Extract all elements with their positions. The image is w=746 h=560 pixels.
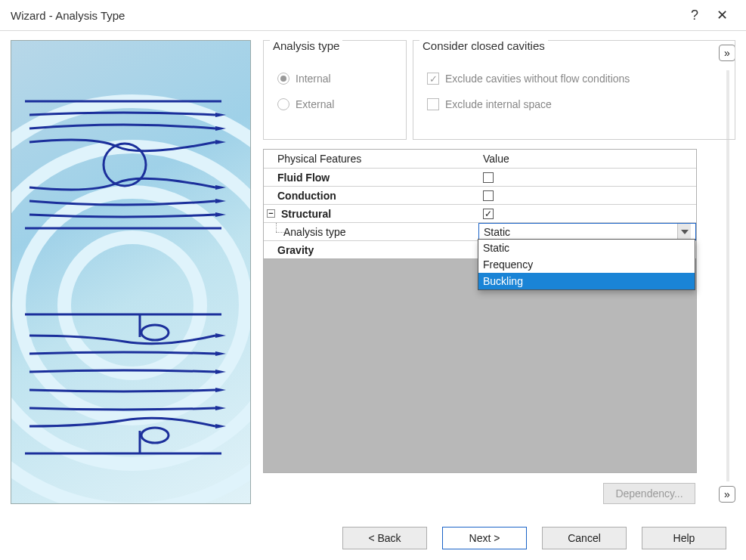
- wizard-window: Wizard - Analysis Type ? ✕: [0, 0, 746, 560]
- checkbox-conduction[interactable]: [483, 190, 494, 201]
- header-physical-features: Physical Features: [264, 150, 478, 168]
- help-button[interactable]: ?: [681, 2, 708, 29]
- checkbox-exclude-internal[interactable]: Exclude internal space: [427, 98, 721, 110]
- svg-marker-21: [215, 370, 226, 374]
- radio-internal-label: Internal: [296, 73, 331, 85]
- checkbox-mark-icon: [427, 98, 439, 110]
- checkbox-fluid-flow[interactable]: [483, 172, 494, 183]
- analysis-type-dropdown-list: Static Frequency Buckling: [478, 239, 695, 290]
- svg-marker-9: [215, 140, 226, 144]
- closed-cavities-group: Consider closed cavities Exclude cavitie…: [413, 40, 735, 140]
- label-gravity: Gravity: [264, 241, 478, 258]
- flow-bottom-icon: [11, 305, 251, 464]
- svg-marker-10: [215, 185, 226, 190]
- row-structural-analysis-type: Analysis type Static: [264, 222, 696, 240]
- flow-top-icon: [11, 94, 251, 237]
- analysis-type-group: Analysis type Internal External: [263, 40, 407, 140]
- checkbox-exclude-flow[interactable]: Exclude cavities without flow conditions: [427, 73, 721, 85]
- label-fluid-flow: Fluid Flow: [264, 169, 478, 186]
- expand-right-bottom-button[interactable]: »: [719, 486, 735, 503]
- radio-external[interactable]: External: [277, 98, 392, 110]
- dialog-body: » Analysis type Internal External: [0, 31, 746, 519]
- option-static[interactable]: Static: [478, 240, 695, 256]
- analysis-type-dropdown[interactable]: Static: [478, 223, 696, 240]
- features-table-wrap: Physical Features Value Fluid Flow Condu…: [263, 149, 697, 259]
- radio-mark-icon: [277, 98, 289, 110]
- wizard-illustration: [11, 40, 251, 504]
- features-table-empty-area: [263, 259, 697, 473]
- dependency-button[interactable]: Dependency...: [603, 483, 695, 504]
- row-fluid-flow: Fluid Flow: [264, 168, 696, 186]
- checkbox-mark-icon: [427, 73, 439, 85]
- radio-internal[interactable]: Internal: [277, 73, 392, 85]
- svg-marker-12: [215, 212, 226, 217]
- label-conduction: Conduction: [264, 187, 478, 204]
- titlebar: Wizard - Analysis Type ? ✕: [0, 0, 746, 30]
- tree-collapse-icon[interactable]: −: [267, 209, 275, 218]
- dropdown-value: Static: [484, 226, 510, 238]
- option-buckling[interactable]: Buckling: [478, 273, 695, 289]
- next-button[interactable]: Next >: [442, 527, 527, 549]
- label-structural: − Structural: [264, 205, 478, 222]
- close-button[interactable]: ✕: [708, 2, 735, 29]
- svg-marker-7: [215, 113, 226, 117]
- wizard-footer: < Back Next > Cancel Help: [0, 519, 746, 560]
- exclude-flow-label: Exclude cavities without flow conditions: [445, 73, 630, 85]
- option-groups: Analysis type Internal External Consider…: [263, 40, 735, 140]
- header-value: Value: [478, 150, 696, 168]
- svg-marker-19: [215, 333, 226, 338]
- label-structural-text: Structural: [281, 208, 331, 220]
- radio-external-label: External: [296, 98, 334, 110]
- option-frequency[interactable]: Frequency: [478, 256, 695, 273]
- back-button[interactable]: < Back: [342, 527, 427, 549]
- help-button-footer[interactable]: Help: [642, 527, 726, 549]
- svg-marker-11: [215, 199, 226, 203]
- svg-point-17: [141, 325, 169, 340]
- checkbox-structural[interactable]: [483, 209, 494, 219]
- svg-marker-8: [215, 126, 226, 131]
- table-header-row: Physical Features Value: [264, 150, 696, 168]
- exclude-internal-label: Exclude internal space: [445, 98, 552, 110]
- cavities-title: Consider closed cavities: [419, 39, 548, 52]
- radio-mark-icon: [277, 73, 289, 85]
- svg-marker-23: [215, 406, 226, 410]
- svg-point-18: [141, 428, 169, 443]
- row-conduction: Conduction: [264, 186, 696, 204]
- svg-marker-22: [215, 388, 226, 392]
- right-pane: » Analysis type Internal External: [263, 40, 735, 515]
- window-title: Wizard - Analysis Type: [11, 9, 681, 22]
- analysis-type-title: Analysis type: [270, 39, 342, 52]
- label-structural-analysis-type: Analysis type: [264, 223, 478, 240]
- chevron-down-icon: [677, 224, 691, 240]
- svg-marker-24: [215, 424, 226, 429]
- svg-marker-20: [215, 351, 226, 356]
- cancel-button[interactable]: Cancel: [542, 527, 627, 549]
- row-structural: − Structural: [264, 204, 696, 222]
